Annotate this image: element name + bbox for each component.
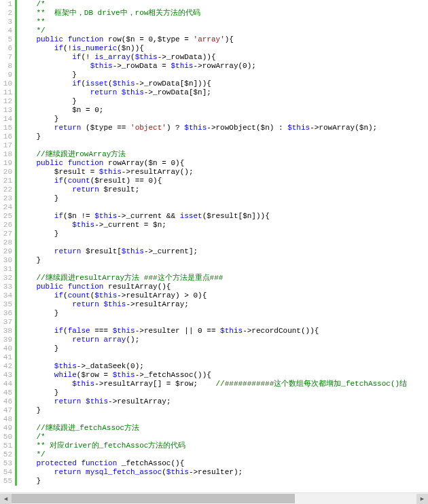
line-number: 55 (0, 477, 12, 486)
line-number: 50 (0, 433, 12, 442)
code-line: if(false === $this->resulter || 0 == $th… (18, 327, 428, 336)
code-line: if(! is_array($this->_rowData)){ (18, 53, 428, 62)
code-line: $this->_current = $n; (18, 221, 428, 230)
line-number: 14 (0, 115, 12, 124)
code-line: //继续跟进_fetchAssoc方法 (18, 424, 428, 433)
line-number: 36 (0, 309, 12, 318)
line-number: 11 (0, 88, 12, 97)
line-number: 41 (0, 353, 12, 362)
code-line: return ($type == 'object') ? $this->rowO… (18, 124, 428, 132)
line-number: 33 (0, 283, 12, 291)
chevron-right-icon: ▶ (421, 495, 424, 503)
line-number: 1 (0, 0, 12, 9)
line-number: 28 (0, 238, 12, 247)
code-line: public function row($n = 0,$type = 'arra… (18, 35, 428, 44)
scrollbar-thumb[interactable] (12, 494, 295, 503)
code-line (18, 415, 428, 424)
line-number: 35 (0, 300, 12, 309)
code-line: $n = 0; (18, 106, 428, 115)
code-line (18, 203, 428, 212)
scroll-left-button[interactable]: ◀ (0, 494, 12, 504)
code-line: } (18, 389, 428, 397)
line-number: 2 (0, 9, 12, 18)
line-number: 25 (0, 212, 12, 221)
line-number: 24 (0, 203, 12, 212)
line-number: 48 (0, 415, 12, 424)
line-number: 5 (0, 35, 12, 44)
code-line: } (18, 71, 428, 79)
code-scroll[interactable]: 1234567891011121314151617181920212223242… (0, 0, 428, 492)
line-number: 52 (0, 450, 12, 459)
code-line: public function resultArray(){ (18, 283, 428, 291)
line-number: 23 (0, 194, 12, 203)
line-number: 54 (0, 468, 12, 477)
line-number: 9 (0, 71, 12, 79)
line-number: 6 (0, 44, 12, 53)
line-number: 17 (0, 141, 12, 150)
line-number: 31 (0, 265, 12, 274)
code-line: */ (18, 450, 428, 459)
code-line: return $result[$this->_current]; (18, 247, 428, 256)
line-number: 4 (0, 26, 12, 35)
code-line: return $this->_rowData[$n]; (18, 88, 428, 97)
line-number: 18 (0, 150, 12, 159)
line-number: 46 (0, 397, 12, 406)
code-line: ** (18, 18, 428, 26)
line-number: 3 (0, 18, 12, 26)
code-line: return mysql_fetch_assoc($this->resulter… (18, 468, 428, 477)
code-line: } (18, 194, 428, 203)
code-line: /* (18, 433, 428, 442)
line-number: 42 (0, 362, 12, 371)
code-line: } (18, 477, 428, 486)
line-number: 26 (0, 221, 12, 230)
line-number: 13 (0, 106, 12, 115)
code-content[interactable]: /* ** 框架中，DB drive中，row相关方法的代码 ** */ pub… (17, 0, 428, 486)
code-line (18, 141, 428, 150)
code-line: } (18, 97, 428, 106)
horizontal-scrollbar[interactable]: ◀ ▶ (0, 492, 428, 504)
code-line: ** 对应driver的_fetchAssoc方法的代码 (18, 442, 428, 450)
code-area: 1234567891011121314151617181920212223242… (0, 0, 428, 492)
code-line: /* (18, 0, 428, 9)
line-number: 29 (0, 247, 12, 256)
code-line (18, 238, 428, 247)
line-number: 37 (0, 318, 12, 327)
code-line: } (18, 115, 428, 124)
code-line: if(isset($this->_rowData[$n])){ (18, 79, 428, 88)
line-number: 8 (0, 62, 12, 71)
scrollbar-track[interactable] (12, 494, 416, 503)
line-number: 51 (0, 442, 12, 450)
code-line: } (18, 344, 428, 353)
line-number: 34 (0, 291, 12, 300)
line-number: 43 (0, 371, 12, 380)
line-number: 40 (0, 344, 12, 353)
code-line: return $result; (18, 185, 428, 194)
line-number: 21 (0, 177, 12, 185)
code-line: while($row = $this->_fetchAssoc()){ (18, 371, 428, 380)
line-number: 20 (0, 168, 12, 177)
line-number: 32 (0, 274, 12, 283)
code-line: //继续跟进rowArray方法 (18, 150, 428, 159)
code-line: $this->_dataSeek(0); (18, 362, 428, 371)
code-line (18, 318, 428, 327)
code-line: $this->resultArray[] = $row; //#########… (18, 380, 428, 389)
line-number: 49 (0, 424, 12, 433)
code-line: } (18, 132, 428, 141)
code-line: //继续跟进resultArray方法 ###这个方法是重点### (18, 274, 428, 283)
scroll-right-button[interactable]: ▶ (416, 494, 428, 504)
code-line: protected function _fetchAssoc(){ (18, 459, 428, 468)
chevron-left-icon: ◀ (4, 495, 7, 503)
code-line (18, 265, 428, 274)
line-number-gutter: 1234567891011121314151617181920212223242… (0, 0, 15, 486)
code-line (18, 353, 428, 362)
line-number: 53 (0, 459, 12, 468)
line-number: 30 (0, 256, 12, 265)
line-number: 38 (0, 327, 12, 336)
code-line: public function rowArray($n = 0){ (18, 159, 428, 168)
line-number: 44 (0, 380, 12, 389)
line-number: 19 (0, 159, 12, 168)
line-number: 16 (0, 132, 12, 141)
code-line: if(count($this->resultArray) > 0){ (18, 291, 428, 300)
code-line: if(!is_numeric($n)){ (18, 44, 428, 53)
line-number: 39 (0, 336, 12, 344)
